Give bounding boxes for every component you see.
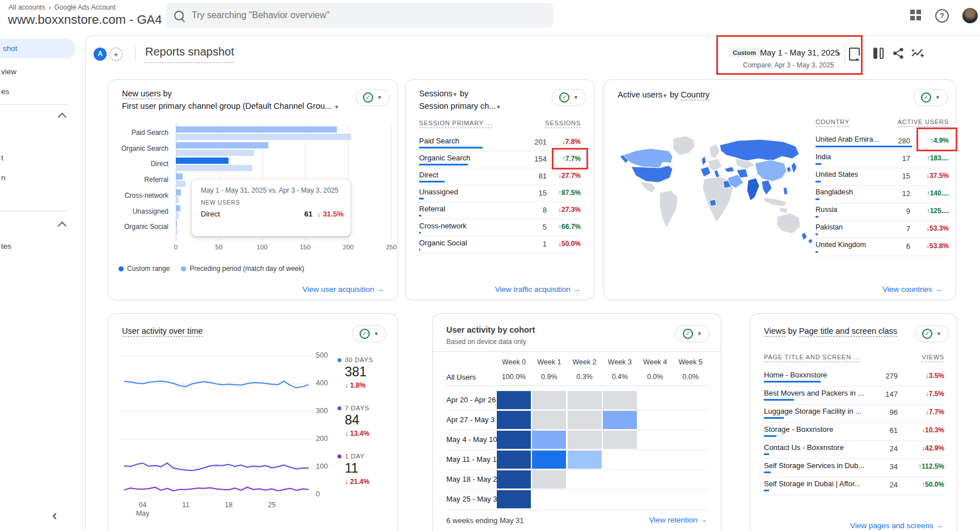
bar-previous[interactable]: [176, 134, 351, 140]
share-icon[interactable]: [893, 48, 904, 59]
sidebar-item-retention[interactable]: n: [1, 173, 6, 182]
metric-selector[interactable]: Sessions▼ by: [419, 89, 468, 98]
dimension-selector[interactable]: Session primary ch...▼: [419, 101, 501, 111]
search-input[interactable]: [191, 10, 545, 21]
divider: [419, 202, 581, 202]
cohort-row-label: May 4 - May 10: [446, 435, 497, 444]
bar-previous[interactable]: [176, 165, 252, 171]
dimension-name[interactable]: Page title and screen class: [799, 326, 897, 337]
sidebar-item-acquisition[interactable]: t: [1, 154, 3, 162]
line-series[interactable]: [124, 487, 309, 491]
cohort-cell[interactable]: [497, 470, 531, 488]
chart-status-menu[interactable]: ✓ ▼: [356, 89, 390, 106]
sidebar-item-pages[interactable]: es: [1, 87, 9, 96]
cohort-cell[interactable]: [532, 451, 566, 469]
cohort-cell[interactable]: [603, 411, 637, 429]
column-header[interactable]: SESSION PRIMARY ...: [419, 120, 492, 128]
row-value: 81: [539, 172, 547, 180]
bar-previous[interactable]: [176, 197, 179, 203]
dimension-name[interactable]: Country: [681, 90, 709, 100]
row-bar: [764, 453, 769, 455]
bar-current[interactable]: [176, 158, 229, 164]
dimension-selector[interactable]: First user primary channel group (Defaul…: [122, 101, 339, 111]
category-label: Paid Search: [108, 129, 168, 137]
property-selector[interactable]: www.boxxnstore.com - GA4 ▼: [8, 12, 172, 27]
view-retention-link[interactable]: View retention →: [649, 516, 707, 524]
column-header[interactable]: SESSIONS: [545, 120, 581, 128]
bar-current[interactable]: [176, 173, 183, 180]
cohort-cell[interactable]: [497, 411, 531, 429]
cohort-cell[interactable]: [568, 391, 602, 409]
y-tick-label: 500: [316, 351, 328, 359]
bar-previous[interactable]: [176, 213, 179, 219]
cohort-cell[interactable]: [568, 451, 602, 469]
cohort-cell[interactable]: [532, 411, 566, 429]
column-header[interactable]: ACTIVE USERS: [898, 118, 949, 127]
chart-status-menu[interactable]: ✓ ▼: [915, 325, 949, 342]
row-label: United States: [816, 171, 858, 179]
cohort-cell[interactable]: [497, 391, 531, 409]
view-traffic-acquisition-link[interactable]: View traffic acquisition →: [495, 285, 580, 294]
collapse-sidebar-icon[interactable]: ‹: [52, 509, 57, 521]
metric-name[interactable]: User activity over time: [122, 326, 203, 337]
divider: [764, 458, 944, 459]
chevron-down-icon: ▼: [662, 93, 668, 99]
chevron-up-icon[interactable]: [58, 222, 67, 231]
view-countries-link[interactable]: View countries →: [882, 285, 942, 294]
bar-previous[interactable]: [176, 228, 178, 234]
category-label: Organic Social: [108, 223, 168, 231]
add-comparison-button[interactable]: +: [109, 48, 122, 61]
sidebar-item-realtime-overview[interactable]: view: [1, 67, 16, 76]
comparison-icon[interactable]: [873, 48, 884, 59]
bar-current[interactable]: [176, 142, 268, 148]
line-series[interactable]: [124, 381, 309, 388]
chart-status-menu[interactable]: ✓ ▼: [552, 89, 586, 106]
cohort-cell[interactable]: [532, 391, 566, 409]
cohort-cell[interactable]: [532, 431, 566, 449]
chevron-up-icon[interactable]: [58, 113, 67, 122]
divider: [419, 253, 581, 253]
cohort-cell[interactable]: [568, 411, 602, 429]
metric-name[interactable]: Active users: [618, 90, 662, 99]
cohort-cell[interactable]: [603, 391, 637, 409]
search-bar[interactable]: [166, 3, 553, 28]
metric-name[interactable]: Views: [764, 326, 785, 337]
cohort-cell[interactable]: [568, 431, 602, 449]
bar-previous[interactable]: [176, 181, 185, 187]
cohort-cell[interactable]: [497, 451, 531, 469]
column-header[interactable]: PAGE TITLE AND SCREEN ...: [764, 354, 860, 362]
chart-status-menu[interactable]: ✓ ▼: [675, 325, 709, 342]
bar-current[interactable]: [176, 220, 177, 227]
sidebar-item-user-attributes[interactable]: tes: [1, 242, 11, 250]
legend-dot-icon: [181, 266, 186, 271]
bar-current[interactable]: [176, 126, 337, 133]
breadcrumb-all-accounts[interactable]: All accounts: [9, 3, 45, 11]
chart-status-menu[interactable]: ✓ ▼: [914, 89, 948, 106]
report-avatar[interactable]: A: [94, 48, 107, 61]
metric-name[interactable]: New users: [122, 89, 161, 99]
card-title: New users by: [122, 89, 172, 98]
date-range-selector[interactable]: May 1 - May 31, 2025: [760, 48, 839, 57]
insights-icon[interactable]: [911, 48, 924, 59]
week-header: Week 1: [532, 358, 566, 366]
cohort-cell[interactable]: [603, 431, 637, 449]
bar-previous[interactable]: [176, 150, 254, 156]
title-by: by: [460, 89, 468, 98]
view-pages-screens-link[interactable]: View pages and screens →: [850, 521, 943, 530]
sidebar-item-reports-snapshot[interactable]: shot: [3, 44, 18, 53]
bar-current[interactable]: [176, 205, 180, 211]
chevron-down-icon[interactable]: ▼: [836, 51, 842, 57]
cohort-cell[interactable]: [532, 470, 566, 488]
view-user-acquisition-link[interactable]: View user acquisition →: [302, 285, 384, 294]
column-header[interactable]: VIEWS: [922, 354, 944, 362]
cohort-cell[interactable]: [497, 490, 531, 508]
notes-icon[interactable]: [849, 48, 860, 61]
cohort-cell[interactable]: [497, 431, 531, 449]
diagnostics-grid-icon[interactable]: [910, 10, 922, 21]
column-header[interactable]: COUNTRY: [816, 118, 850, 127]
row-value: 24: [890, 481, 898, 489]
breadcrumb-account[interactable]: Google Ads Account: [54, 3, 116, 11]
bar-current[interactable]: [176, 189, 181, 196]
help-icon[interactable]: ?: [935, 9, 949, 23]
user-avatar[interactable]: [962, 8, 978, 23]
